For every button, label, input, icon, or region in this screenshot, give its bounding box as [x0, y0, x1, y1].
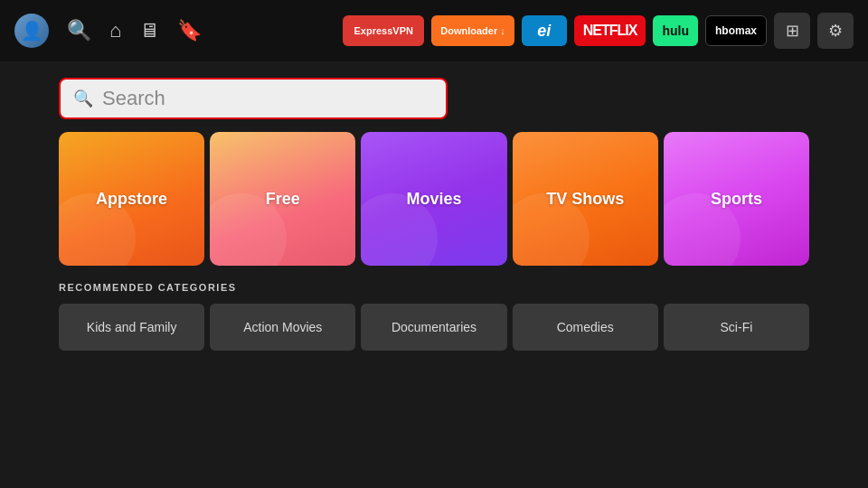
hulu-label: hulu — [662, 23, 689, 38]
chip-comedies-label: Comedies — [557, 320, 614, 334]
tile-tvshows-label: TV Shows — [546, 190, 624, 209]
tv-icon[interactable]: 🖥 — [139, 19, 159, 42]
tile-movies-label: Movies — [406, 190, 461, 209]
avatar-icon: 👤 — [21, 20, 43, 42]
search-icon: 🔍 — [73, 89, 93, 108]
chip-sci-fi-label: Sci-Fi — [721, 320, 753, 334]
downloader-label: Downloader ↓ — [440, 25, 505, 36]
tile-sports-label: Sports — [711, 190, 762, 209]
recommended-title: RECOMMENDED CATEGORIES — [59, 282, 809, 293]
hbomax-label: hbomax — [715, 24, 757, 37]
tile-free[interactable]: Free — [210, 132, 355, 266]
home-icon[interactable]: ⌂ — [109, 19, 121, 42]
search-placeholder: Search — [102, 87, 165, 110]
firetv-badge[interactable]: ei — [522, 15, 567, 46]
tile-free-label: Free — [266, 190, 300, 209]
grid-button[interactable]: ⊞ — [774, 13, 810, 49]
search-nav-icon[interactable]: 🔍 — [67, 19, 91, 42]
expressvpn-badge[interactable]: ExpressVPN — [343, 15, 424, 46]
chip-kids-family[interactable]: Kids and Family — [59, 304, 204, 351]
chip-action-movies[interactable]: Action Movies — [210, 304, 355, 351]
top-nav: 👤 🔍 ⌂ 🖥 🔖 ExpressVPN Downloader ↓ ei NET… — [0, 0, 868, 61]
chip-comedies[interactable]: Comedies — [513, 304, 658, 351]
chip-documentaries-label: Documentaries — [392, 320, 476, 334]
downloader-badge[interactable]: Downloader ↓ — [431, 15, 514, 46]
hbomax-badge[interactable]: hbomax — [705, 15, 767, 46]
recommended-section: RECOMMENDED CATEGORIES Kids and Family A… — [0, 266, 868, 351]
netflix-label: NETFLIX — [583, 23, 637, 39]
nav-left: 👤 🔍 ⌂ 🖥 🔖 — [14, 14, 202, 48]
chip-action-movies-label: Action Movies — [243, 320, 322, 334]
netflix-badge[interactable]: NETFLIX — [574, 15, 646, 46]
chip-sci-fi[interactable]: Sci-Fi — [664, 304, 809, 351]
tiles-section: Appstore Free Movies TV Shows Sports — [0, 132, 868, 266]
nav-right: ExpressVPN Downloader ↓ ei NETFLIX hulu … — [343, 13, 854, 49]
settings-button[interactable]: ⚙ — [817, 13, 854, 49]
tile-tvshows[interactable]: TV Shows — [513, 132, 658, 266]
search-section: 🔍 Search — [0, 61, 868, 132]
tile-appstore-label: Appstore — [96, 190, 167, 209]
firetv-label: ei — [537, 22, 551, 41]
expressvpn-label: ExpressVPN — [354, 25, 413, 36]
chip-documentaries[interactable]: Documentaries — [361, 304, 506, 351]
tile-sports[interactable]: Sports — [664, 132, 809, 266]
grid-icon: ⊞ — [786, 21, 799, 41]
chip-kids-family-label: Kids and Family — [87, 320, 177, 334]
hulu-badge[interactable]: hulu — [653, 15, 698, 46]
settings-icon: ⚙ — [828, 21, 843, 41]
tile-movies[interactable]: Movies — [361, 132, 506, 266]
search-bar[interactable]: 🔍 Search — [59, 78, 448, 119]
tile-appstore[interactable]: Appstore — [59, 132, 204, 266]
avatar[interactable]: 👤 — [14, 14, 49, 48]
bookmark-icon[interactable]: 🔖 — [177, 19, 202, 42]
category-chips: Kids and Family Action Movies Documentar… — [59, 304, 809, 351]
